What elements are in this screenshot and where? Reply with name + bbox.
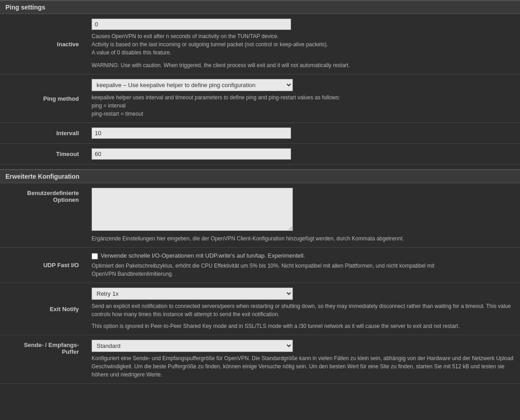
benutzerdefinierte-label-line2: Optionen xyxy=(5,196,79,203)
inactive-row: Inactive Causes OpenVPN to exit after n … xyxy=(0,14,520,74)
ping-method-desc1: keepalive helper uses interval and timeo… xyxy=(92,93,515,102)
ping-settings-header: Ping settings xyxy=(0,0,520,14)
sende-empfangs-label: Sende- / Empfangs- Puffer xyxy=(0,335,86,384)
inactive-desc-line2: Activity is based on the last incoming o… xyxy=(92,40,515,49)
udp-fast-io-checkbox-row: Verwende schnelle I/O-Operationen mit UD… xyxy=(92,252,515,259)
exit-notify-select[interactable]: Retry 1x Retry 2x Disabled xyxy=(92,288,293,300)
udp-fast-io-checkbox[interactable] xyxy=(92,253,98,259)
ping-settings-table: Inactive Causes OpenVPN to exit after n … xyxy=(0,14,520,165)
timeout-label: Timeout xyxy=(0,144,86,165)
inactive-desc-line3: A value of 0 disables this feature. xyxy=(92,49,515,57)
sende-empfangs-value-cell: Standard Konfiguriert eine Sende- und Em… xyxy=(86,335,520,384)
inactive-input[interactable] xyxy=(92,19,291,30)
sende-empfangs-select[interactable]: Standard xyxy=(92,340,293,352)
erweiterte-title: Erweiterte Konfiguration xyxy=(5,173,79,180)
sende-empfangs-label-line1: Sende- / Empfangs- xyxy=(5,342,79,348)
benutzerdefinierte-desc: Ergänzende Einstellungen hier eingeben, … xyxy=(92,234,515,243)
intervall-label: Intervall xyxy=(0,123,86,144)
exit-notify-row: Exit Notify Retry 1x Retry 2x Disabled S… xyxy=(0,283,520,335)
udp-fast-io-value-cell: Verwende schnelle I/O-Operationen mit UD… xyxy=(86,248,520,283)
ping-method-label: Ping method xyxy=(0,74,86,123)
timeout-value-cell xyxy=(86,144,520,165)
ping-method-select[interactable]: keepalive – Use keepalive helper to defi… xyxy=(92,79,293,91)
ping-method-desc2: ping = interval xyxy=(92,102,515,110)
timeout-row: Timeout xyxy=(0,144,520,165)
sende-empfangs-desc: Konfiguriert eine Sende- und Empfangspuf… xyxy=(92,354,515,379)
benutzerdefinierte-label-line1: Benutzerdefinierte xyxy=(5,190,79,196)
ping-method-value-cell: keepalive – Use keepalive helper to defi… xyxy=(86,74,520,123)
intervall-value-cell xyxy=(86,123,520,144)
udp-fast-io-desc1: Optimiert den Paketschreibzyklus, erhöht… xyxy=(92,262,515,270)
inactive-desc-line1: Causes OpenVPN to exit after n seconds o… xyxy=(92,32,515,40)
erweiterte-table: Benutzerdefinierte Optionen Ergänzende E… xyxy=(0,183,520,384)
udp-fast-io-label: UDP Fast I/O xyxy=(0,248,86,283)
udp-fast-io-checkbox-label: Verwende schnelle I/O-Operationen mit UD… xyxy=(101,252,305,259)
benutzerdefinierte-label: Benutzerdefinierte Optionen xyxy=(0,183,86,248)
sende-empfangs-label-line2: Puffer xyxy=(5,348,79,355)
erweiterte-header: Erweiterte Konfiguration xyxy=(0,169,520,183)
benutzerdefinierte-textarea[interactable] xyxy=(92,188,293,231)
intervall-row: Intervall xyxy=(0,123,520,144)
exit-notify-desc1: Send an explicit exit notification to co… xyxy=(92,302,515,318)
exit-notify-value-cell: Retry 1x Retry 2x Disabled Send an expli… xyxy=(86,283,520,335)
inactive-desc: Causes OpenVPN to exit after n seconds o… xyxy=(92,32,515,69)
page-container: Ping settings Inactive Causes OpenVPN to… xyxy=(0,0,520,420)
intervall-input[interactable] xyxy=(92,127,291,139)
ping-settings-title: Ping settings xyxy=(5,4,45,11)
ping-method-row: Ping method keepalive – Use keepalive he… xyxy=(0,74,520,123)
udp-fast-io-desc2: OpenVPN Bandbreitenlimitierung. xyxy=(92,270,515,278)
sende-empfangs-row: Sende- / Empfangs- Puffer Standard Konfi… xyxy=(0,335,520,384)
ping-method-desc: keepalive helper uses interval and timeo… xyxy=(92,93,515,118)
ping-method-desc3: ping-restart = timeout xyxy=(92,110,515,118)
inactive-label: Inactive xyxy=(0,14,86,74)
inactive-warning: WARNING: Use with caution. When triggere… xyxy=(92,61,515,69)
benutzerdefinierte-row: Benutzerdefinierte Optionen Ergänzende E… xyxy=(0,183,520,248)
benutzerdefinierte-value-cell: Ergänzende Einstellungen hier eingeben, … xyxy=(86,183,520,248)
udp-fast-io-desc: Optimiert den Paketschreibzyklus, erhöht… xyxy=(92,262,515,278)
exit-notify-label: Exit Notify xyxy=(0,283,86,335)
exit-notify-desc2: This option is ignored in Peer-to-Peer S… xyxy=(92,322,515,330)
udp-fast-io-row: UDP Fast I/O Verwende schnelle I/O-Opera… xyxy=(0,248,520,283)
timeout-input[interactable] xyxy=(92,148,291,160)
exit-notify-desc: Send an explicit exit notification to co… xyxy=(92,302,515,330)
inactive-value-cell: Causes OpenVPN to exit after n seconds o… xyxy=(86,14,520,74)
